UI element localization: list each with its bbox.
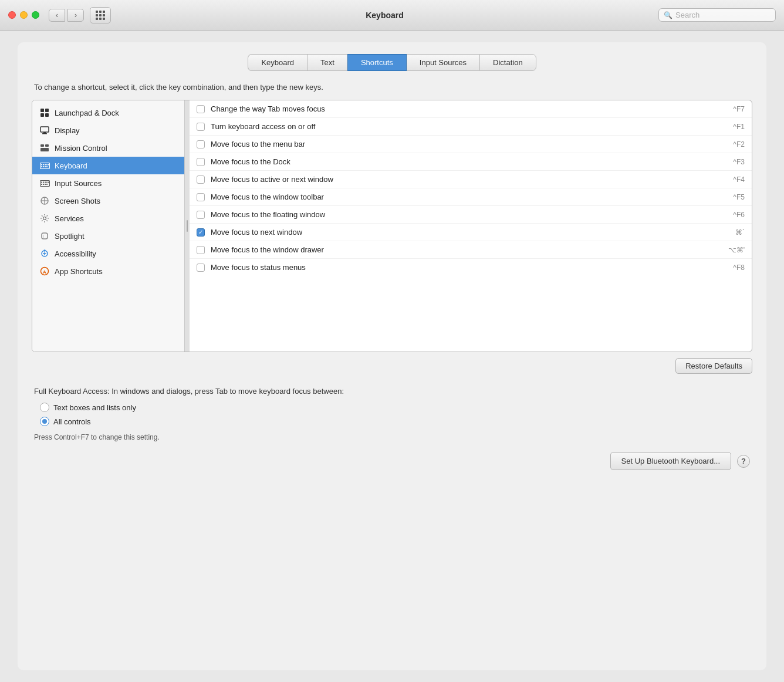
shortcut-row: ✓Move focus to next window⌘` bbox=[190, 224, 752, 241]
svg-rect-23 bbox=[41, 181, 42, 183]
traffic-lights bbox=[8, 11, 39, 19]
close-button[interactable] bbox=[8, 11, 16, 19]
svg-rect-15 bbox=[48, 164, 49, 165]
search-icon: 🔍 bbox=[664, 11, 673, 19]
sidebar-label-app-shortcuts: App Shortcuts bbox=[55, 267, 103, 276]
shortcut-label-status-menus: Move focus to status menus bbox=[211, 263, 709, 272]
tab-input-sources[interactable]: Input Sources bbox=[407, 54, 479, 71]
shortcut-row: Move focus to the menu bar^F2 bbox=[190, 136, 752, 153]
help-button[interactable]: ? bbox=[737, 455, 750, 468]
search-input[interactable] bbox=[675, 11, 771, 19]
shortcut-checkbox-menu-bar[interactable] bbox=[197, 140, 205, 148]
fka-radio-all-controls[interactable] bbox=[40, 417, 49, 426]
shortcut-checkbox-floating-window[interactable] bbox=[197, 211, 205, 219]
shortcut-label-tab-focus: Change the way Tab moves focus bbox=[211, 104, 709, 113]
svg-rect-14 bbox=[46, 164, 48, 165]
shortcut-checkbox-window-toolbar[interactable] bbox=[197, 193, 205, 201]
svg-rect-31 bbox=[46, 184, 48, 185]
sidebar-item-spotlight[interactable]: i Spotlight bbox=[32, 227, 184, 245]
shortcut-checkbox-window-drawer[interactable] bbox=[197, 246, 205, 254]
shortcut-checkbox-status-menus[interactable] bbox=[197, 264, 205, 272]
fka-title: Full Keyboard Access: In windows and dia… bbox=[34, 387, 750, 396]
tab-dictation[interactable]: Dictation bbox=[479, 54, 536, 71]
shortcut-row: Move focus to active or next window^F4 bbox=[190, 171, 752, 188]
shortcut-checkbox-next-window[interactable]: ✓ bbox=[197, 228, 205, 237]
search-box[interactable]: 🔍 bbox=[658, 8, 776, 22]
app-grid-button[interactable] bbox=[90, 7, 111, 23]
bottom-bar: Set Up Bluetooth Keyboard... ? bbox=[32, 452, 752, 470]
shortcut-key-status-menus: ^F8 bbox=[715, 264, 745, 272]
mission-control-icon bbox=[39, 143, 50, 153]
shortcut-label-active-window: Move focus to active or next window bbox=[211, 175, 709, 184]
shortcut-row: Move focus to status menus^F8 bbox=[190, 259, 752, 276]
shortcut-checkbox-dock[interactable] bbox=[197, 158, 205, 166]
split-pane: Launchpad & Dock Display Mission Control bbox=[32, 100, 752, 352]
bt-keyboard-button[interactable]: Set Up Bluetooth Keyboard... bbox=[610, 452, 731, 470]
fka-radio-text-boxes[interactable] bbox=[40, 403, 49, 412]
shortcut-checkbox-kb-access[interactable] bbox=[197, 123, 205, 131]
shortcut-key-next-window: ⌘` bbox=[715, 228, 745, 237]
sidebar-item-accessibility[interactable]: Accessibility bbox=[32, 245, 184, 262]
spotlight-icon: i bbox=[39, 231, 50, 241]
svg-rect-12 bbox=[43, 164, 44, 165]
svg-rect-2 bbox=[40, 113, 44, 117]
minimize-button[interactable] bbox=[20, 11, 28, 19]
shortcut-label-window-toolbar: Move focus to the window toolbar bbox=[211, 193, 709, 201]
restore-defaults-row: Restore Defaults bbox=[32, 358, 752, 374]
svg-rect-10 bbox=[40, 163, 49, 168]
input-sources-icon bbox=[39, 178, 50, 188]
svg-text:i: i bbox=[43, 234, 44, 238]
svg-rect-0 bbox=[40, 109, 44, 112]
sidebar-label-display: Display bbox=[55, 126, 80, 135]
tab-bar: Keyboard Text Shortcuts Input Sources Di… bbox=[32, 54, 752, 71]
sidebar-item-input-sources[interactable]: Input Sources bbox=[32, 174, 184, 192]
shortcut-label-menu-bar: Move focus to the menu bar bbox=[211, 140, 709, 148]
fka-label-text-boxes: Text boxes and lists only bbox=[53, 403, 136, 412]
sidebar-item-launchpad-dock[interactable]: Launchpad & Dock bbox=[32, 104, 184, 121]
shortcut-label-floating-window: Move focus to the floating window bbox=[211, 210, 709, 219]
tab-shortcuts[interactable]: Shortcuts bbox=[347, 54, 407, 71]
sidebar: Launchpad & Dock Display Mission Control bbox=[32, 100, 185, 352]
svg-rect-24 bbox=[43, 181, 44, 183]
shortcut-checkbox-active-window[interactable] bbox=[197, 175, 205, 184]
forward-button[interactable]: › bbox=[67, 9, 84, 22]
shortcut-label-dock: Move focus to the Dock bbox=[211, 157, 709, 166]
pane-divider[interactable] bbox=[185, 100, 190, 352]
shortcut-key-menu-bar: ^F2 bbox=[715, 140, 745, 148]
restore-defaults-button[interactable]: Restore Defaults bbox=[675, 358, 752, 374]
sidebar-item-app-shortcuts[interactable]: A App Shortcuts bbox=[32, 262, 184, 280]
svg-text:A: A bbox=[43, 269, 46, 275]
nav-buttons: ‹ › bbox=[49, 9, 84, 22]
svg-rect-26 bbox=[46, 181, 48, 183]
shortcut-row: Turn keyboard access on or off^F1 bbox=[190, 118, 752, 136]
shortcut-checkbox-tab-focus[interactable] bbox=[197, 105, 205, 113]
fka-section: Full Keyboard Access: In windows and dia… bbox=[32, 387, 752, 441]
fka-option-all-controls[interactable]: All controls bbox=[40, 417, 750, 426]
maximize-button[interactable] bbox=[32, 11, 39, 19]
shortcut-key-window-toolbar: ^F5 bbox=[715, 193, 745, 201]
svg-rect-13 bbox=[45, 164, 46, 165]
shortcut-row: Move focus to the floating window^F6 bbox=[190, 206, 752, 224]
sidebar-item-keyboard[interactable]: Keyboard bbox=[32, 157, 184, 174]
shortcut-row: Move focus to the Dock^F3 bbox=[190, 153, 752, 171]
sidebar-item-screen-shots[interactable]: Screen Shots bbox=[32, 192, 184, 210]
fka-radio-group: Text boxes and lists only All controls bbox=[34, 403, 750, 426]
sidebar-label-launchpad-dock: Launchpad & Dock bbox=[55, 109, 119, 117]
shortcut-label-window-drawer: Move focus to the window drawer bbox=[211, 245, 709, 254]
tab-keyboard[interactable]: Keyboard bbox=[248, 54, 307, 71]
grid-icon bbox=[96, 11, 105, 20]
display-icon bbox=[39, 125, 50, 136]
tab-text[interactable]: Text bbox=[307, 54, 347, 71]
sidebar-item-display[interactable]: Display bbox=[32, 121, 184, 139]
fka-option-text-boxes[interactable]: Text boxes and lists only bbox=[40, 403, 750, 412]
back-button[interactable]: ‹ bbox=[49, 9, 65, 22]
svg-point-35 bbox=[43, 217, 46, 220]
keyboard-icon bbox=[39, 160, 50, 171]
launchpad-dock-icon bbox=[39, 107, 50, 118]
fka-hint: Press Control+F7 to change this setting. bbox=[34, 433, 750, 441]
shortcut-key-tab-focus: ^F7 bbox=[715, 105, 745, 113]
sidebar-item-services[interactable]: Services bbox=[32, 210, 184, 227]
svg-rect-8 bbox=[45, 144, 49, 147]
svg-rect-16 bbox=[41, 166, 42, 167]
sidebar-item-mission-control[interactable]: Mission Control bbox=[32, 139, 184, 157]
